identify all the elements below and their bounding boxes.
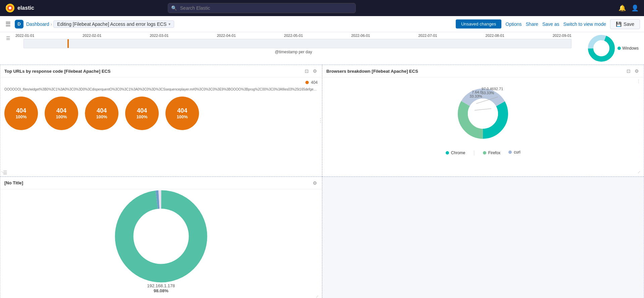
svg-point-2: [9, 7, 11, 9]
breadcrumb-dashboard[interactable]: Dashboard: [26, 21, 49, 27]
legend-sep-1: |: [474, 150, 475, 156]
windows-legend-label: Windows: [622, 46, 639, 51]
user-icon[interactable]: 👤: [631, 4, 639, 12]
switch-view-mode-button[interactable]: Switch to view mode: [563, 21, 606, 27]
curl-label: curl: [514, 150, 520, 155]
browsers-gear-button[interactable]: ⚙: [634, 68, 640, 74]
timeline-list-icon[interactable]: ☰: [5, 35, 11, 42]
elastic-logo-text: elastic: [17, 5, 34, 11]
legend-item-curl: curl: [508, 150, 520, 155]
save-as-button[interactable]: Save as: [542, 21, 559, 27]
circle-item: 404 100%: [165, 97, 199, 130]
search-bar[interactable]: 🔍: [168, 3, 356, 13]
legend-item-chrome: Chrome: [446, 150, 465, 156]
save-icon: 💾: [616, 21, 622, 27]
circle-item: 404 100%: [45, 97, 78, 130]
bell-icon[interactable]: 🔔: [618, 4, 626, 12]
donut-label-right: 97.0.4692.71 33.33%: [482, 87, 503, 95]
notitle-content: 192.168.1.178 98.08%: [0, 189, 322, 283]
donut-circle-2: 404 100%: [45, 97, 78, 130]
timeline-plot: [23, 39, 572, 48]
notitle-title: [No Title]: [4, 180, 23, 185]
save-button[interactable]: 💾 Save: [610, 19, 640, 29]
notitle-donut-chart: [114, 189, 208, 283]
search-input[interactable]: [168, 3, 356, 13]
donut-circle-4: 404 100%: [125, 97, 159, 130]
notitle-actions: ⚙: [312, 180, 318, 186]
top-urls-panel-header: Top URLs by response code [Filebeat Apac…: [0, 65, 322, 77]
notitle-donut-wrap: 192.168.1.178 98.08%: [114, 189, 208, 283]
chrome-legend-dot: [446, 151, 449, 155]
elastic-logo: e elastic: [5, 3, 34, 13]
options-button[interactable]: Options: [505, 21, 522, 27]
firefox-legend-dot: [483, 151, 486, 155]
navbar: ☰ D Dashboard › Editing [Filebeat Apache…: [0, 16, 644, 32]
main-content: ☰ 2022-01-01 2022-02-01 2022-03-01 2022-…: [0, 32, 644, 298]
circle-item: 404 100%: [85, 97, 118, 130]
breadcrumb-sep: ›: [51, 21, 52, 27]
nav-badge: D: [15, 20, 23, 28]
unsaved-changes-button[interactable]: Unsaved changes: [456, 19, 501, 28]
panel-list-icon-bottom[interactable]: ☰: [3, 170, 7, 176]
topbar-right: 🔔 👤: [618, 4, 639, 12]
timeline-dates: 2022-01-01 2022-02-01 2022-03-01 2022-04…: [15, 34, 572, 39]
empty-panel: [322, 177, 644, 298]
firefox-label: Firefox: [488, 151, 501, 155]
top-urls-panel: Top URLs by response code [Filebeat Apac…: [0, 65, 322, 177]
notitle-ip-label: 192.168.1.178 98.08%: [147, 283, 175, 293]
circles-row: 404 100% 404 100% 404 100%: [4, 94, 318, 133]
nav-right: Unsaved changes Options Share Save as Sw…: [456, 19, 640, 29]
panels-grid: Top URLs by response code [Filebeat Apac…: [0, 65, 644, 298]
donut-circle-3: 404 100%: [85, 97, 118, 130]
top-urls-actions: ⊡ ⚙: [304, 68, 318, 74]
hamburger-menu[interactable]: ☰: [4, 19, 12, 29]
chrome-label: Chrome: [451, 151, 465, 155]
svg-point-9: [468, 99, 498, 129]
breadcrumb: Dashboard › Editing [Filebeat Apache] Ac…: [26, 20, 174, 28]
windows-donut-chart: [588, 35, 615, 62]
timestamp-label: @timestamp per day: [15, 50, 572, 54]
top-urls-content: 404 OOOOOOI_files/widget%3B0%3C1%3A0%3C0…: [0, 77, 322, 135]
svg-text:e: e: [6, 5, 7, 7]
breadcrumb-current: Editing [Filebeat Apache] Access and err…: [53, 20, 174, 28]
search-icon: 🔍: [171, 5, 177, 11]
browsers-panel-header: Browsers breakdown [Filebeat Apache] ECS…: [323, 65, 644, 77]
browsers-title: Browsers breakdown [Filebeat Apache] ECS: [327, 69, 418, 74]
chevron-down-icon[interactable]: ▾: [168, 22, 170, 26]
top-urls-title: Top URLs by response code [Filebeat Apac…: [4, 69, 110, 74]
browsers-panel: Browsers breakdown [Filebeat Apache] ECS…: [322, 65, 644, 177]
circle-item: 404 100%: [4, 97, 38, 130]
browsers-actions: ⊡ ⚙: [626, 68, 640, 74]
browsers-content: 7.64.0 33.33% 97.0.4692.71 33.33%: [323, 77, 644, 159]
notitle-resize-br[interactable]: ⤢: [316, 295, 321, 298]
legend-item-firefox: Firefox: [483, 150, 501, 156]
donut-circle-1: 404 100%: [4, 97, 38, 130]
curl-legend-dot: [508, 151, 512, 154]
url-path-text: OOOOOOI_files/widget%3B0%3C1%3A0%3C0%3D0…: [4, 87, 318, 91]
circle-item: 404 100%: [125, 97, 159, 130]
timeline-strip: ☰ 2022-01-01 2022-02-01 2022-03-01 2022-…: [0, 32, 644, 65]
resize-handle-br[interactable]: ⤢: [638, 170, 643, 176]
browsers-copy-button[interactable]: ⊡: [626, 68, 631, 74]
notitle-panel: [No Title] ⚙: [0, 177, 322, 298]
svg-point-15: [134, 209, 189, 264]
urls-legend: 404: [4, 80, 318, 85]
browsers-legend: Chrome | Firefox curl: [446, 150, 521, 156]
donut-circle-5: 404 100%: [165, 97, 199, 130]
browsers-drag-handle[interactable]: ⋮: [636, 78, 641, 84]
topbar: e elastic 🔍 🔔 👤: [0, 0, 644, 16]
legend-404-dot: [305, 81, 309, 84]
top-urls-gear-button[interactable]: ⚙: [312, 68, 318, 74]
notitle-panel-header: [No Title] ⚙: [0, 177, 322, 189]
legend-404-label: 404: [311, 80, 317, 85]
drag-handle-right[interactable]: ⋮: [319, 114, 322, 127]
donut-label-left: 7.64.0 33.33%: [469, 90, 482, 98]
elastic-logo-icon: e: [5, 3, 15, 13]
notitle-gear-button[interactable]: ⚙: [312, 180, 318, 186]
share-button[interactable]: Share: [526, 21, 538, 27]
top-urls-copy-button[interactable]: ⊡: [304, 68, 309, 74]
